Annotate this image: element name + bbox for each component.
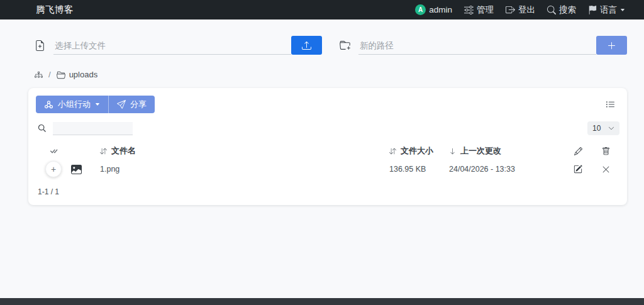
- new-path-group: [340, 36, 627, 55]
- arrow-down-icon: [449, 148, 456, 155]
- language-label: 语言: [600, 4, 617, 16]
- logout-link[interactable]: 登出: [506, 4, 535, 16]
- share-label: 分享: [130, 99, 147, 110]
- folder-plus-icon: [340, 40, 350, 51]
- file-upload-group: [35, 36, 322, 55]
- card-toolbar: 小组行动 分享: [36, 96, 619, 113]
- breadcrumb-separator: /: [48, 70, 51, 79]
- trash-icon: [602, 147, 610, 155]
- sort-icon: [100, 148, 107, 155]
- plus-icon: +: [51, 165, 56, 174]
- header-name[interactable]: 文件名: [100, 145, 389, 157]
- header-delete-column[interactable]: [592, 147, 619, 155]
- footer-bar: [0, 298, 644, 305]
- plus-icon: [607, 41, 616, 50]
- pagination-label: 1-1 / 1: [36, 187, 619, 197]
- header-size-label: 文件大小: [401, 145, 433, 157]
- navbar-right: A admin 管理 登出 搜索 语言: [415, 4, 625, 16]
- list-view-toggle[interactable]: [601, 99, 619, 111]
- select-all-button[interactable]: [36, 147, 71, 156]
- file-plus-icon: [35, 40, 45, 51]
- group-action-label: 小组行动: [58, 99, 91, 110]
- username-label: admin: [429, 5, 452, 14]
- search-icon: [38, 124, 47, 133]
- file-upload-input[interactable]: [53, 36, 291, 55]
- manage-label: 管理: [477, 4, 494, 16]
- group-action-button[interactable]: 小组行动: [36, 96, 109, 113]
- search-icon: [547, 6, 556, 14]
- language-menu[interactable]: 语言: [588, 4, 625, 16]
- upload-icon: [302, 41, 311, 50]
- table-header-row: 文件名 文件大小 上一次更改: [36, 144, 619, 158]
- flag-icon: [588, 6, 597, 14]
- caret-down-icon: [620, 8, 625, 13]
- header-edit-column[interactable]: [564, 147, 592, 155]
- file-modified: 24/04/2026 - 13:33: [449, 165, 564, 174]
- breadcrumb-root[interactable]: [35, 70, 43, 79]
- table-search: [36, 122, 133, 135]
- breadcrumb-current-label: uploads: [69, 70, 98, 79]
- file-type-cell: [71, 164, 100, 175]
- logout-icon: [506, 5, 515, 14]
- table-row: + 1.png 136.95 KB 24/04/2026 - 13:33: [36, 159, 619, 179]
- header-size[interactable]: 文件大小: [389, 145, 449, 157]
- edit-square-icon[interactable]: [574, 165, 582, 174]
- file-name[interactable]: 1.png: [100, 165, 389, 174]
- expand-row-button[interactable]: +: [45, 161, 62, 177]
- user-menu[interactable]: A admin: [415, 4, 452, 15]
- table-search-input[interactable]: [53, 122, 133, 135]
- share-button[interactable]: 分享: [109, 96, 155, 113]
- sliders-icon: [464, 5, 474, 14]
- upload-button[interactable]: [291, 36, 322, 55]
- top-navbar: 腾飞博客 A admin 管理 登出 搜索 语言: [0, 0, 644, 19]
- folder-open-icon: [57, 70, 65, 79]
- action-button-group: 小组行动 分享: [36, 96, 155, 113]
- group-icon: [44, 100, 53, 109]
- header-modified-label: 上一次更改: [460, 145, 501, 157]
- logout-label: 登出: [518, 4, 535, 16]
- image-icon: [71, 164, 100, 175]
- upload-row: [28, 36, 627, 55]
- search-row: 10: [36, 121, 619, 135]
- page-size-value: 10: [592, 124, 601, 133]
- delete-cell: [592, 165, 619, 174]
- chevron-down-icon: [608, 125, 614, 131]
- file-size: 136.95 KB: [389, 165, 449, 174]
- search-label: 搜索: [559, 4, 576, 16]
- sitemap-icon: [35, 70, 43, 79]
- pencil-icon: [574, 147, 582, 155]
- list-icon: [606, 100, 615, 109]
- header-name-label: 文件名: [111, 145, 136, 157]
- brand-title[interactable]: 腾飞博客: [36, 4, 74, 16]
- breadcrumb: / uploads: [28, 70, 627, 79]
- header-modified[interactable]: 上一次更改: [449, 145, 564, 157]
- caret-down-icon: [95, 102, 100, 107]
- page-size-select[interactable]: 10: [587, 121, 619, 135]
- breadcrumb-current[interactable]: uploads: [57, 70, 98, 79]
- edit-cell: [564, 165, 592, 174]
- manage-link[interactable]: 管理: [464, 4, 494, 16]
- main-content: / uploads 小组行动: [0, 19, 644, 205]
- expand-cell: +: [36, 161, 71, 177]
- new-path-input[interactable]: [358, 36, 596, 55]
- search-link[interactable]: 搜索: [547, 4, 576, 16]
- check-all-icon: [49, 147, 58, 156]
- add-path-button[interactable]: [596, 36, 627, 55]
- file-manager-card: 小组行动 分享: [28, 88, 627, 205]
- x-icon[interactable]: [602, 165, 610, 174]
- sort-icon: [389, 148, 396, 155]
- send-icon: [117, 100, 126, 109]
- avatar: A: [415, 4, 426, 15]
